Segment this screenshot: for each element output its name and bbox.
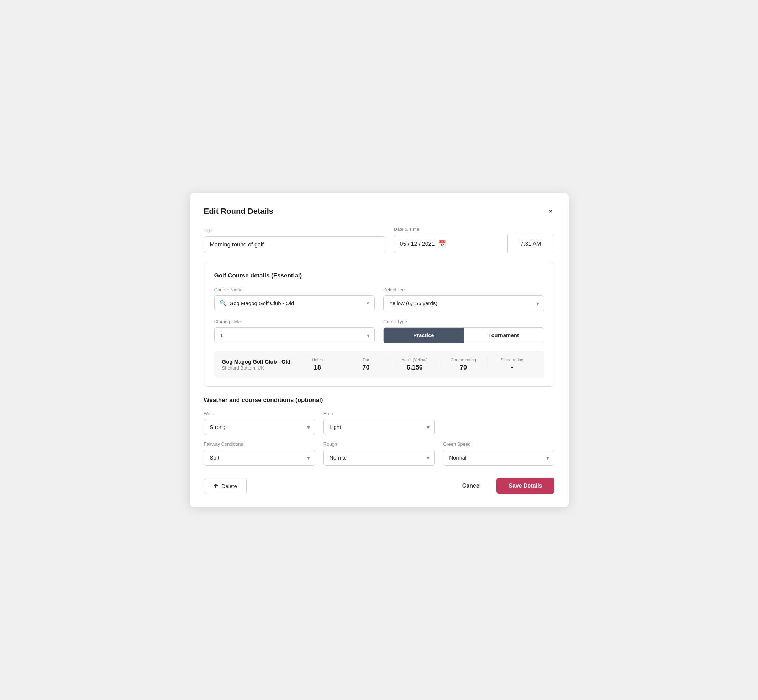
course-info-location: Shelford Bottom, UK	[222, 365, 293, 370]
search-icon: 🔍	[219, 300, 227, 306]
date-field[interactable]: 05 / 12 / 2021 📅	[394, 235, 508, 253]
green-speed-wrap: SlowNormalFastVery Fast ▾	[443, 450, 554, 466]
par-label: Par	[363, 358, 370, 362]
starting-hole-wrap: 1234 5678 910 ▾	[214, 327, 375, 343]
course-name-group: Course Name 🔍 ×	[214, 287, 375, 311]
course-info-bar: Gog Magog Golf Club - Old, Shelford Bott…	[214, 351, 544, 378]
footer-bar: 🗑 Delete Cancel Save Details	[204, 474, 554, 494]
clear-icon[interactable]: ×	[366, 300, 370, 306]
course-info-name: Gog Magog Golf Club - Old,	[222, 359, 293, 364]
fairway-group: Fairway Conditions SoftNormalHardFirm ▾	[204, 441, 315, 466]
modal-title: Edit Round Details	[204, 207, 274, 216]
title-field-group: Title	[204, 228, 385, 253]
yards-value: 6,156	[407, 364, 423, 371]
select-tee-wrap: Yellow (6,156 yards) White (6,700 yards)…	[383, 295, 544, 311]
cancel-button[interactable]: Cancel	[457, 478, 487, 493]
time-value: 7:31 AM	[520, 241, 541, 247]
game-type-label: Game Type	[383, 319, 544, 324]
top-fields: Title Date & Time 05 / 12 / 2021 📅 7:31 …	[204, 227, 554, 253]
rough-dropdown[interactable]: ShortNormalLong	[324, 450, 434, 466]
trash-icon: 🗑	[213, 483, 219, 489]
holes-label: Holes	[312, 358, 323, 362]
rain-group: Rain NoneLightModerateHeavy ▾	[324, 411, 434, 435]
weather-section: Weather and course conditions (optional)…	[204, 397, 554, 466]
title-label: Title	[204, 228, 385, 233]
select-tee-label: Select Tee	[383, 287, 544, 292]
date-time-row: 05 / 12 / 2021 📅 7:31 AM	[394, 235, 554, 253]
hole-gametype-row: Starting Hole 1234 5678 910 ▾ Game Type …	[214, 319, 544, 343]
select-tee-group: Select Tee Yellow (6,156 yards) White (6…	[383, 287, 544, 311]
tournament-button[interactable]: Tournament	[464, 328, 544, 343]
slope-rating-stat: Slope rating -	[487, 358, 536, 371]
slope-rating-label: Slope rating	[501, 358, 523, 362]
edit-round-modal: Edit Round Details × Title Date & Time 0…	[190, 193, 568, 507]
practice-button[interactable]: Practice	[384, 328, 464, 343]
holes-stat: Holes 18	[293, 358, 341, 371]
starting-hole-dropdown[interactable]: 1234 5678 910	[214, 327, 375, 343]
course-name-input[interactable]	[230, 295, 363, 311]
course-name-tee-row: Course Name 🔍 × Select Tee Yellow (6,156…	[214, 287, 544, 311]
holes-value: 18	[314, 364, 321, 371]
slope-rating-value: -	[511, 364, 513, 371]
starting-hole-label: Starting Hole	[214, 319, 375, 324]
rough-label: Rough	[324, 441, 434, 447]
date-value: 05 / 12 / 2021	[400, 241, 435, 247]
course-rating-label: Course rating	[451, 358, 476, 362]
save-button[interactable]: Save Details	[496, 478, 554, 494]
course-rating-value: 70	[460, 364, 467, 371]
golf-course-title: Golf Course details (Essential)	[214, 272, 544, 279]
par-value: 70	[362, 364, 370, 371]
wind-dropdown[interactable]: CalmLightModerateStrongVery Strong	[204, 419, 315, 435]
calendar-icon: 📅	[438, 240, 446, 248]
select-tee-dropdown[interactable]: Yellow (6,156 yards) White (6,700 yards)…	[383, 295, 544, 311]
wind-rain-row: Wind CalmLightModerateStrongVery Strong …	[204, 411, 554, 435]
rough-wrap: ShortNormalLong ▾	[324, 450, 434, 466]
date-time-label: Date & Time	[394, 227, 554, 232]
green-speed-label: Green Speed	[443, 441, 554, 447]
starting-hole-group: Starting Hole 1234 5678 910 ▾	[214, 319, 375, 343]
fairway-rough-green-row: Fairway Conditions SoftNormalHardFirm ▾ …	[204, 441, 554, 466]
green-speed-group: Green Speed SlowNormalFastVery Fast ▾	[443, 441, 554, 466]
yards-label: Yards(Yellow)	[402, 358, 428, 362]
time-field[interactable]: 7:31 AM	[508, 235, 554, 253]
date-time-group: Date & Time 05 / 12 / 2021 📅 7:31 AM	[394, 227, 554, 253]
modal-header: Edit Round Details ×	[204, 206, 554, 217]
rain-dropdown[interactable]: NoneLightModerateHeavy	[324, 419, 434, 435]
footer-right: Cancel Save Details	[457, 478, 554, 494]
rough-group: Rough ShortNormalLong ▾	[324, 441, 434, 466]
course-name-label: Course Name	[214, 287, 375, 292]
rain-spacer	[443, 411, 554, 435]
fairway-dropdown[interactable]: SoftNormalHardFirm	[204, 450, 315, 466]
course-rating-stat: Course rating 70	[439, 358, 487, 371]
title-input[interactable]	[204, 236, 385, 253]
wind-label: Wind	[204, 411, 315, 416]
game-type-group: Game Type Practice Tournament	[383, 319, 544, 343]
fairway-wrap: SoftNormalHardFirm ▾	[204, 450, 315, 466]
course-name-location: Gog Magog Golf Club - Old, Shelford Bott…	[222, 359, 293, 370]
par-stat: Par 70	[341, 358, 390, 371]
yards-stat: Yards(Yellow) 6,156	[390, 358, 439, 371]
delete-button[interactable]: 🗑 Delete	[204, 478, 247, 494]
weather-title: Weather and course conditions (optional)	[204, 397, 554, 404]
close-button[interactable]: ×	[547, 206, 554, 217]
rain-label: Rain	[324, 411, 434, 416]
rain-wrap: NoneLightModerateHeavy ▾	[324, 419, 434, 435]
game-type-toggle: Practice Tournament	[383, 327, 544, 343]
fairway-label: Fairway Conditions	[204, 441, 315, 447]
course-name-search-wrap[interactable]: 🔍 ×	[214, 295, 375, 311]
delete-label: Delete	[222, 483, 237, 489]
green-speed-dropdown[interactable]: SlowNormalFastVery Fast	[443, 450, 554, 466]
golf-course-section: Golf Course details (Essential) Course N…	[204, 262, 554, 387]
wind-group: Wind CalmLightModerateStrongVery Strong …	[204, 411, 315, 435]
wind-wrap: CalmLightModerateStrongVery Strong ▾	[204, 419, 315, 435]
